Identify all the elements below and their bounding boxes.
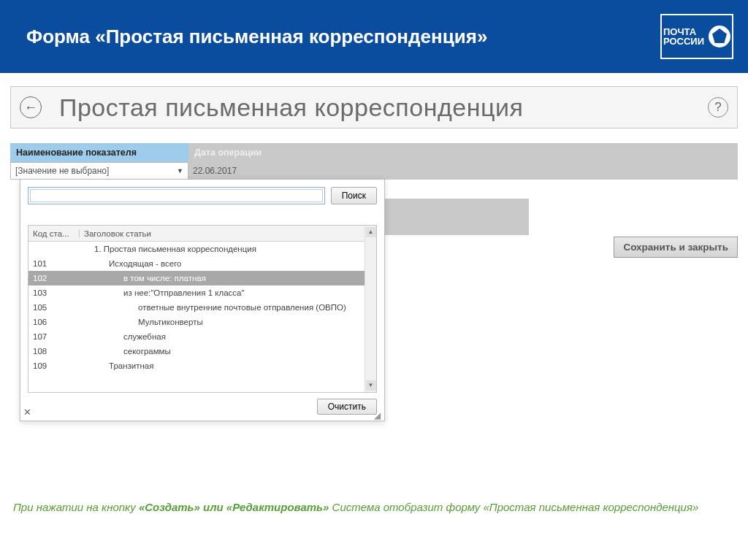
table-row[interactable]: 108секограммы: [28, 344, 365, 358]
arrow-left-icon: ←: [24, 100, 37, 115]
scroll-up-icon[interactable]: ▲: [366, 227, 376, 237]
table-header: Код ста... Заголовок статьи: [28, 226, 365, 242]
cell-code: 102: [28, 274, 80, 283]
cell-title: Мультиконверты: [80, 318, 365, 326]
table-row[interactable]: 105ответные внутренние почтовые отправле…: [28, 300, 365, 315]
scroll-down-icon[interactable]: ▼: [366, 380, 376, 391]
search-button[interactable]: Поиск: [331, 187, 377, 204]
search-input-wrapper: [28, 187, 325, 204]
search-input[interactable]: [30, 189, 323, 202]
cell-code: 105: [28, 303, 80, 312]
table-row[interactable]: ▸102в том числе: платная: [28, 271, 365, 285]
cell-code: 106: [28, 318, 80, 326]
footer-note: При нажатии на кнопку «Создать» или «Ред…: [13, 499, 735, 515]
indicator-value: [Значение не выбрано]: [15, 166, 109, 176]
help-button[interactable]: ?: [708, 97, 728, 118]
table-row[interactable]: 106Мультиконверты: [28, 315, 365, 329]
cell-title: 1. Простая письменная корреспонденция: [80, 245, 365, 253]
lookup-table: Код ста... Заголовок статьи 1. Простая п…: [28, 225, 377, 393]
footer-rest: Система отобразит форму «Простая письмен…: [329, 501, 698, 513]
table-row[interactable]: 101Исходящая - всего: [28, 256, 365, 271]
cell-title: в том числе: платная: [80, 274, 365, 283]
col-header-title[interactable]: Заголовок статьи: [80, 229, 365, 238]
cell-code: 101: [28, 259, 80, 268]
slide-title: Форма «Простая письменная корреспонденци…: [26, 25, 487, 49]
close-icon[interactable]: ✕: [23, 407, 31, 418]
footer-prefix: При нажатии на кнопку: [13, 501, 139, 513]
indicator-label: Наименование показателя: [10, 143, 188, 162]
scrollbar[interactable]: ▲ ▼: [365, 226, 376, 392]
question-icon: ?: [714, 100, 721, 115]
back-button[interactable]: ←: [20, 96, 42, 118]
slide-header: Форма «Простая письменная корреспонденци…: [0, 0, 748, 73]
cell-code: 103: [28, 288, 80, 297]
date-value: 22.06.2017: [193, 166, 237, 176]
save-and-close-button[interactable]: Сохранить и закрыть: [614, 237, 738, 258]
cell-code: 108: [28, 347, 80, 356]
cell-title: секограммы: [80, 347, 365, 356]
table-row[interactable]: 1. Простая письменная корреспонденция: [28, 242, 365, 256]
cell-code: 109: [28, 361, 80, 370]
logo: ПОЧТА РОССИИ: [660, 14, 733, 59]
footer-bold: «Создать» или «Редактировать»: [139, 501, 329, 513]
date-value-cell: 22.06.2017: [188, 162, 738, 180]
resize-handle-icon[interactable]: ◢: [374, 410, 383, 419]
eagle-emblem-icon: [709, 26, 730, 47]
indicator-dropdown[interactable]: [Значение не выбрано] ▼: [10, 162, 188, 180]
cell-code: 107: [28, 332, 80, 341]
lookup-popup: Поиск Код ста... Заголовок статьи 1. Про…: [20, 179, 385, 421]
chevron-down-icon: ▼: [177, 167, 183, 174]
window-titlebar: ← Простая письменная корреспонденция ?: [10, 86, 738, 129]
table-row[interactable]: 109Транзитная: [28, 358, 365, 373]
date-label: Дата операции: [188, 143, 738, 162]
window-title: Простая письменная корреспонденция: [59, 93, 708, 122]
cell-title: Исходящая - всего: [80, 259, 365, 268]
cell-title: Транзитная: [80, 361, 365, 370]
cell-title: из нее:"Отправления 1 класса": [80, 288, 365, 297]
table-row[interactable]: 103из нее:"Отправления 1 класса": [28, 285, 365, 300]
clear-button[interactable]: Очистить: [317, 399, 377, 415]
cell-title: служебная: [80, 332, 365, 341]
row-marker-icon: ▸: [28, 275, 29, 283]
table-row[interactable]: 107служебная: [28, 329, 365, 344]
logo-text-2: РОССИИ: [663, 37, 704, 46]
cell-title: ответные внутренние почтовые отправления…: [80, 303, 365, 312]
col-header-code[interactable]: Код ста...: [28, 229, 80, 238]
